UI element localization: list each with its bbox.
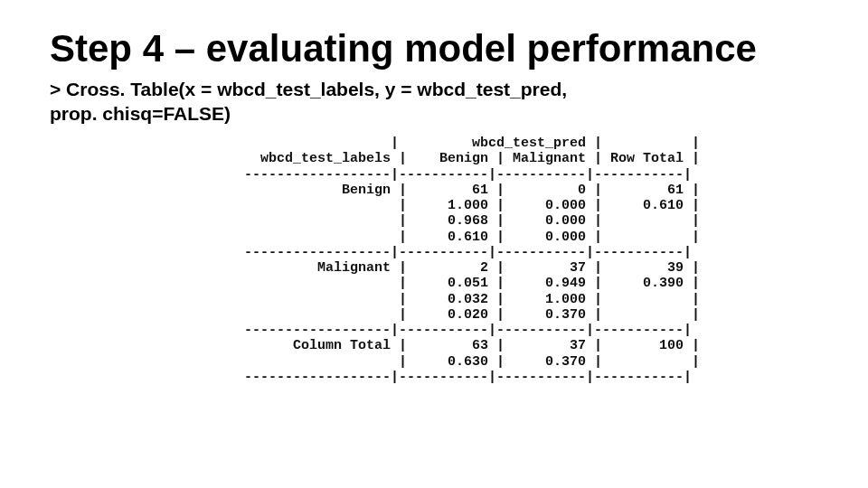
slide-title: Step 4 – evaluating model performance <box>50 27 818 70</box>
code-line-1: > Cross. Table(x = wbcd_test_labels, y =… <box>50 78 818 100</box>
crosstable-output: | wbcd_test_pred | | wbcd_test_labels | … <box>244 136 700 385</box>
slide: Step 4 – evaluating model performance > … <box>0 0 868 488</box>
code-line-2: prop. chisq=FALSE) <box>50 102 818 125</box>
